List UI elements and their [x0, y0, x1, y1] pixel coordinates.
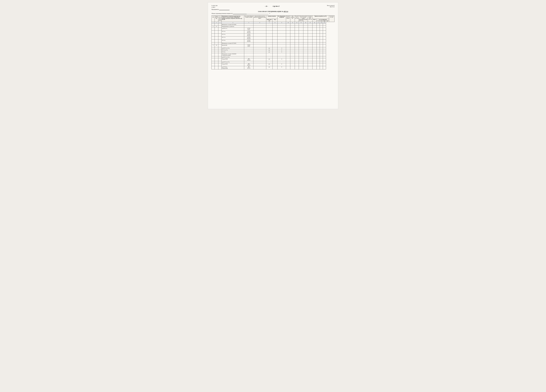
r16c12 [295, 61, 299, 63]
cn14: 14 [303, 22, 308, 24]
table-row: Н=19 м шт. 8 [212, 51, 335, 53]
r3c15 [308, 27, 312, 31]
total-info: Всего листов 9 Лист № 4 [327, 5, 335, 7]
r7c3 [218, 39, 221, 42]
r9c12 [295, 44, 299, 47]
r6c6 [254, 36, 266, 39]
cn6: 6 [254, 22, 266, 24]
r7c12 [295, 39, 299, 42]
th-col4: Тип и марка оборудов. материал. изделий [244, 15, 254, 22]
r11c17 [317, 49, 320, 51]
r5c17 [317, 33, 320, 36]
r4c12 [295, 31, 299, 33]
r15c12 [295, 58, 299, 61]
main-table: №пп № поз. по тех. поз. № сме-те мест уч… [211, 15, 335, 69]
cn10: 10 [286, 22, 290, 24]
r1c1 [212, 24, 215, 26]
r6c13 [299, 36, 303, 39]
r7c1 [212, 39, 215, 42]
r16c5 [244, 61, 254, 63]
th-col7: Кол оборудования, материалов [278, 15, 286, 22]
r17c17 [317, 63, 320, 66]
r15c6 [254, 58, 266, 61]
r15c11 [290, 58, 295, 61]
r9c3 [218, 44, 221, 47]
r14c6 [254, 56, 266, 58]
r18c14 [303, 66, 308, 69]
r8c6 [254, 42, 266, 44]
r5c6 [254, 33, 266, 36]
r11c8 [273, 49, 278, 51]
r9c8 [273, 44, 278, 47]
r12c2 [215, 51, 218, 53]
th-q4: IV [326, 20, 329, 22]
r8c7 [266, 42, 273, 44]
cn12: 12 [295, 22, 299, 24]
r3c9 [278, 27, 286, 31]
r18c11 [290, 66, 295, 69]
r5c4: Н=15 м [221, 33, 244, 36]
table-body: Материалы см.черт.6.01.00.00 8 [212, 24, 335, 69]
th-col2: № поз. по тех. поз. [215, 15, 218, 22]
r18c17 [317, 66, 320, 69]
cn7: 7 [266, 22, 273, 24]
r18c6 [254, 66, 266, 69]
r1c15 [308, 24, 312, 26]
table-row: Н=17 м 6.07.00 00-03СБ [212, 36, 335, 39]
r10c10 [286, 47, 290, 49]
r12c13 [299, 51, 303, 53]
r8c5 [244, 42, 254, 44]
r2c4: Направляющее устройство [221, 26, 244, 27]
r10c4: для Н=11 м, I3 м [221, 47, 244, 49]
r18c5: МН 4016-62 [244, 66, 254, 69]
r10c19 [323, 47, 326, 49]
r17c7: шт. [266, 63, 273, 66]
cn4: 4 [221, 22, 244, 24]
r9c11 [290, 44, 295, 47]
r1c18 [320, 24, 323, 26]
r7c10 [286, 39, 290, 42]
r9c19 [323, 44, 326, 47]
r15c16 [312, 58, 317, 61]
th-col5: Завод-изготовитель (для им-портного обо-… [254, 15, 266, 22]
th-col10: Пот-реб-ность тыс. руб. [295, 15, 299, 22]
r1c5 [244, 24, 254, 26]
r5c7 [266, 33, 273, 36]
r3c2 [215, 27, 218, 31]
r8c14 [303, 42, 308, 44]
th-col6: Единица измерения [266, 15, 278, 19]
r6c14 [303, 36, 308, 39]
object-line: Объект (производственная мощность) о [211, 13, 335, 14]
r15c2 [215, 58, 218, 61]
r8c13 [299, 42, 303, 44]
r3c14 [303, 27, 308, 31]
r9c6 [254, 44, 266, 47]
cn5: 5 [244, 22, 254, 24]
r2c9 [278, 26, 286, 27]
table-row: для Н=11 м, I3 м шт. 4 [212, 47, 335, 49]
r3c6 [254, 27, 266, 31]
r8c16 [312, 42, 317, 44]
r16c11 [290, 61, 295, 63]
r3c16 [312, 27, 317, 31]
r10c8 [273, 47, 278, 49]
r12c5 [244, 51, 254, 53]
th-col9: Цена единиц. руб. [290, 15, 295, 22]
r3c3 [218, 27, 221, 31]
r4c19 [323, 31, 326, 33]
r4c2 [215, 31, 218, 33]
r1c13 [299, 24, 303, 26]
r11c10 [286, 49, 290, 51]
r6c1 [212, 36, 215, 39]
table-row: Н=15 м, I7 м шт. 6 [212, 49, 335, 51]
table-row: Материалы см.черт.6.01.00.00 [212, 24, 335, 26]
r18c2 [215, 66, 218, 69]
r15c15 [308, 58, 312, 61]
r8c15 [308, 42, 312, 44]
r9c10 [286, 44, 290, 47]
r18c18 [320, 66, 323, 69]
r18c16 [312, 66, 317, 69]
r7c5: 6.07.00 00-04СБ [244, 39, 254, 42]
r2c16 [312, 26, 317, 27]
r14c14 [303, 56, 308, 58]
